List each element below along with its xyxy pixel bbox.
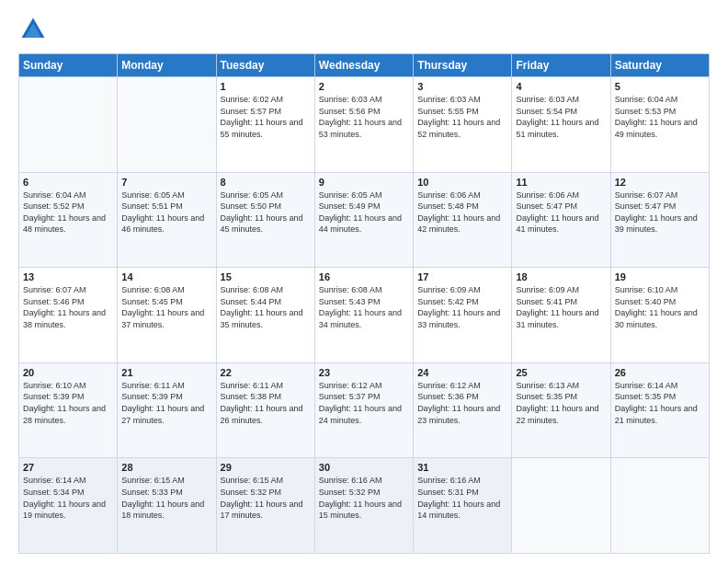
day-info: Sunrise: 6:07 AMSunset: 5:46 PMDaylight:… [23, 284, 113, 330]
day-info: Sunrise: 6:04 AMSunset: 5:53 PMDaylight:… [615, 94, 705, 140]
day-info: Sunrise: 6:03 AMSunset: 5:56 PMDaylight:… [319, 94, 409, 140]
day-number: 8 [221, 177, 311, 188]
calendar-day: 12Sunrise: 6:07 AMSunset: 5:47 PMDayligh… [610, 172, 709, 268]
day-number: 26 [615, 367, 705, 378]
day-number: 12 [615, 177, 705, 188]
day-info: Sunrise: 6:03 AMSunset: 5:55 PMDaylight:… [417, 94, 507, 140]
calendar-day: 11Sunrise: 6:06 AMSunset: 5:47 PMDayligh… [512, 172, 610, 268]
logo-icon [18, 15, 48, 44]
day-number: 11 [516, 177, 606, 188]
day-number: 10 [417, 177, 507, 188]
day-number: 13 [23, 271, 113, 282]
calendar-week-row: 27Sunrise: 6:14 AMSunset: 5:34 PMDayligh… [19, 458, 710, 554]
calendar-day: 30Sunrise: 6:16 AMSunset: 5:32 PMDayligh… [314, 458, 413, 554]
day-number: 21 [121, 367, 211, 378]
day-info: Sunrise: 6:16 AMSunset: 5:31 PMDaylight:… [417, 475, 507, 521]
calendar-week-row: 13Sunrise: 6:07 AMSunset: 5:46 PMDayligh… [19, 268, 710, 363]
calendar-day: 20Sunrise: 6:10 AMSunset: 5:39 PMDayligh… [19, 362, 118, 458]
calendar-day [610, 458, 709, 554]
calendar-day: 14Sunrise: 6:08 AMSunset: 5:45 PMDayligh… [118, 268, 216, 363]
day-info: Sunrise: 6:14 AMSunset: 5:34 PMDaylight:… [23, 475, 113, 521]
calendar-day: 3Sunrise: 6:03 AMSunset: 5:55 PMDaylight… [414, 77, 512, 173]
calendar-day: 25Sunrise: 6:13 AMSunset: 5:35 PMDayligh… [512, 362, 610, 458]
header [18, 15, 710, 44]
calendar-day: 4Sunrise: 6:03 AMSunset: 5:54 PMDaylight… [512, 77, 610, 173]
day-info: Sunrise: 6:12 AMSunset: 5:36 PMDaylight:… [417, 380, 507, 426]
day-info: Sunrise: 6:08 AMSunset: 5:44 PMDaylight:… [221, 284, 311, 330]
day-info: Sunrise: 6:12 AMSunset: 5:37 PMDaylight:… [319, 380, 409, 426]
calendar-header-row: SundayMondayTuesdayWednesdayThursdayFrid… [19, 54, 710, 77]
day-info: Sunrise: 6:15 AMSunset: 5:33 PMDaylight:… [121, 475, 211, 521]
day-number: 25 [516, 367, 606, 378]
page: SundayMondayTuesdayWednesdayThursdayFrid… [0, 0, 728, 563]
calendar-day: 17Sunrise: 6:09 AMSunset: 5:42 PMDayligh… [414, 268, 512, 363]
day-number: 6 [23, 177, 113, 188]
day-info: Sunrise: 6:13 AMSunset: 5:35 PMDaylight:… [516, 380, 606, 426]
day-number: 4 [516, 81, 606, 92]
day-number: 2 [319, 81, 409, 92]
day-info: Sunrise: 6:08 AMSunset: 5:43 PMDaylight:… [319, 284, 409, 330]
day-number: 7 [121, 177, 211, 188]
day-number: 5 [615, 81, 705, 92]
day-number: 17 [417, 271, 507, 282]
calendar-day: 13Sunrise: 6:07 AMSunset: 5:46 PMDayligh… [19, 268, 118, 363]
day-info: Sunrise: 6:14 AMSunset: 5:35 PMDaylight:… [615, 380, 705, 426]
weekday-header: Tuesday [216, 54, 314, 77]
calendar-day: 10Sunrise: 6:06 AMSunset: 5:48 PMDayligh… [414, 172, 512, 268]
calendar-day: 22Sunrise: 6:11 AMSunset: 5:38 PMDayligh… [216, 362, 314, 458]
day-number: 15 [221, 271, 311, 282]
day-number: 3 [417, 81, 507, 92]
calendar-day: 15Sunrise: 6:08 AMSunset: 5:44 PMDayligh… [216, 268, 314, 363]
day-number: 14 [121, 271, 211, 282]
day-info: Sunrise: 6:05 AMSunset: 5:49 PMDaylight:… [319, 190, 409, 236]
calendar-week-row: 20Sunrise: 6:10 AMSunset: 5:39 PMDayligh… [19, 362, 710, 458]
day-info: Sunrise: 6:04 AMSunset: 5:52 PMDaylight:… [23, 190, 113, 236]
day-number: 18 [516, 271, 606, 282]
day-info: Sunrise: 6:03 AMSunset: 5:54 PMDaylight:… [516, 94, 606, 140]
calendar-day: 16Sunrise: 6:08 AMSunset: 5:43 PMDayligh… [314, 268, 413, 363]
day-info: Sunrise: 6:06 AMSunset: 5:47 PMDaylight:… [516, 190, 606, 236]
calendar-day: 1Sunrise: 6:02 AMSunset: 5:57 PMDaylight… [216, 77, 314, 173]
calendar-day: 31Sunrise: 6:16 AMSunset: 5:31 PMDayligh… [414, 458, 512, 554]
day-number: 29 [221, 462, 311, 473]
calendar-day: 21Sunrise: 6:11 AMSunset: 5:39 PMDayligh… [118, 362, 216, 458]
calendar-day: 5Sunrise: 6:04 AMSunset: 5:53 PMDaylight… [610, 77, 709, 173]
calendar-day: 2Sunrise: 6:03 AMSunset: 5:56 PMDaylight… [314, 77, 413, 173]
weekday-header: Sunday [19, 54, 118, 77]
calendar-day: 7Sunrise: 6:05 AMSunset: 5:51 PMDaylight… [118, 172, 216, 268]
day-number: 30 [319, 462, 409, 473]
day-number: 20 [23, 367, 113, 378]
day-number: 9 [319, 177, 409, 188]
day-info: Sunrise: 6:02 AMSunset: 5:57 PMDaylight:… [221, 94, 311, 140]
logo [18, 15, 51, 44]
day-info: Sunrise: 6:09 AMSunset: 5:42 PMDaylight:… [417, 284, 507, 330]
day-number: 23 [319, 367, 409, 378]
day-number: 1 [221, 81, 311, 92]
day-number: 19 [615, 271, 705, 282]
day-number: 31 [417, 462, 507, 473]
calendar-day [19, 77, 118, 173]
calendar-week-row: 6Sunrise: 6:04 AMSunset: 5:52 PMDaylight… [19, 172, 710, 268]
day-info: Sunrise: 6:06 AMSunset: 5:48 PMDaylight:… [417, 190, 507, 236]
weekday-header: Friday [512, 54, 610, 77]
day-number: 24 [417, 367, 507, 378]
calendar-day: 19Sunrise: 6:10 AMSunset: 5:40 PMDayligh… [610, 268, 709, 363]
day-info: Sunrise: 6:09 AMSunset: 5:41 PMDaylight:… [516, 284, 606, 330]
calendar-day: 27Sunrise: 6:14 AMSunset: 5:34 PMDayligh… [19, 458, 118, 554]
calendar-day: 28Sunrise: 6:15 AMSunset: 5:33 PMDayligh… [118, 458, 216, 554]
day-info: Sunrise: 6:11 AMSunset: 5:39 PMDaylight:… [121, 380, 211, 426]
day-info: Sunrise: 6:07 AMSunset: 5:47 PMDaylight:… [615, 190, 705, 236]
calendar-day: 26Sunrise: 6:14 AMSunset: 5:35 PMDayligh… [610, 362, 709, 458]
calendar-day [118, 77, 216, 173]
calendar-week-row: 1Sunrise: 6:02 AMSunset: 5:57 PMDaylight… [19, 77, 710, 173]
calendar-day: 8Sunrise: 6:05 AMSunset: 5:50 PMDaylight… [216, 172, 314, 268]
day-info: Sunrise: 6:10 AMSunset: 5:39 PMDaylight:… [23, 380, 113, 426]
day-number: 22 [221, 367, 311, 378]
calendar-day: 24Sunrise: 6:12 AMSunset: 5:36 PMDayligh… [414, 362, 512, 458]
calendar-day: 6Sunrise: 6:04 AMSunset: 5:52 PMDaylight… [19, 172, 118, 268]
day-info: Sunrise: 6:16 AMSunset: 5:32 PMDaylight:… [319, 475, 409, 521]
weekday-header: Wednesday [314, 54, 413, 77]
day-info: Sunrise: 6:05 AMSunset: 5:50 PMDaylight:… [221, 190, 311, 236]
day-info: Sunrise: 6:05 AMSunset: 5:51 PMDaylight:… [121, 190, 211, 236]
calendar-day [512, 458, 610, 554]
